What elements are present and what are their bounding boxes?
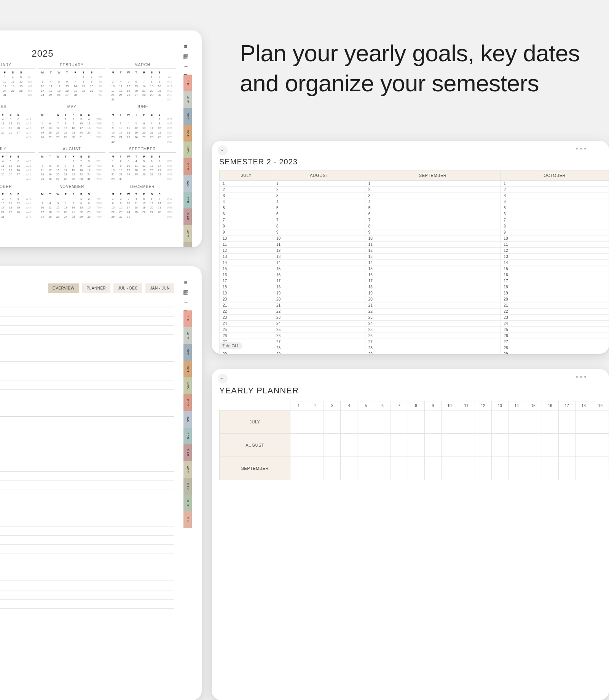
- table-row[interactable]: 3333: [220, 193, 609, 199]
- semester-table: JULYAUGUSTSEPTEMBEROCTOBER11112222333344…: [219, 170, 609, 354]
- table-row[interactable]: 23232323: [220, 315, 609, 321]
- table-row[interactable]: 12121212: [220, 248, 609, 254]
- view-overview[interactable]: OVERVIEW: [48, 283, 79, 293]
- table-row[interactable]: 28282828: [220, 345, 609, 351]
- table-row[interactable]: 9999: [220, 229, 609, 235]
- day-col: 12: [475, 401, 491, 410]
- tab-jul[interactable]: JUL: [183, 75, 192, 91]
- tab-jan[interactable]: JAN: [183, 175, 192, 192]
- card-toolbar: ≡ ▦ ＋ 🗓: [183, 279, 189, 315]
- month-april[interactable]: APRILMTWTFSS123456W1478910111213W1514151…: [0, 105, 35, 143]
- tab-feb[interactable]: FEB: [183, 428, 192, 444]
- table-row[interactable]: 1111: [220, 181, 609, 187]
- tab-jul[interactable]: JUL: [183, 511, 192, 528]
- month-december[interactable]: DECEMBERMTWTFSS1234567W49891011121314W50…: [109, 185, 176, 219]
- lines-area[interactable]: [0, 581, 174, 617]
- day-col: 8: [408, 401, 424, 410]
- drag-handle-icon[interactable]: [0, 266, 192, 276]
- table-row[interactable]: 4444: [220, 199, 609, 205]
- tab-oct[interactable]: OCT: [183, 361, 192, 377]
- month-october[interactable]: OCTOBERMTWTFSS12345W406789101112W4113141…: [0, 185, 35, 219]
- lines-area[interactable]: [0, 307, 174, 343]
- tab-apr[interactable]: APR: [183, 225, 192, 242]
- table-row[interactable]: 10101010: [220, 235, 609, 242]
- list-icon[interactable]: ≡: [183, 279, 189, 285]
- view-planner[interactable]: PLANNER: [82, 283, 111, 293]
- tab-nov[interactable]: NOV: [183, 377, 192, 394]
- table-row[interactable]: 24242424: [220, 321, 609, 327]
- table-row[interactable]: 6666: [220, 211, 609, 217]
- day-col: 3: [324, 401, 341, 410]
- table-row[interactable]: 27272727: [220, 339, 609, 345]
- table-row[interactable]: 29292929: [220, 351, 609, 354]
- day-col: 6: [374, 401, 391, 410]
- tab-aug[interactable]: AUG: [183, 327, 192, 344]
- day-col: 14: [508, 401, 525, 410]
- tab-mar[interactable]: MAR: [183, 208, 192, 225]
- table-row[interactable]: 26262626: [220, 333, 609, 339]
- table-row[interactable]: 5555: [220, 205, 609, 211]
- month-january[interactable]: JANUARYMTWTFSS12345W16789101112W21314151…: [0, 63, 35, 102]
- tab-jun[interactable]: JUN: [183, 495, 192, 511]
- month-november[interactable]: NOVEMBERMTWTFSS12W443456789W451011121314…: [38, 185, 105, 219]
- plus-icon[interactable]: ＋: [183, 299, 189, 305]
- lines-area[interactable]: [0, 526, 174, 562]
- table-row[interactable]: 22222222: [220, 309, 609, 315]
- table-row[interactable]: 13131313: [220, 254, 609, 260]
- drag-handle-icon[interactable]: [0, 30, 192, 40]
- list-icon[interactable]: ≡: [183, 43, 189, 49]
- table-row[interactable]: 16161616: [220, 272, 609, 278]
- table-row[interactable]: 25252525: [220, 327, 609, 333]
- month-may[interactable]: MAYMTWTFSS1234W18567891011W1912131415161…: [38, 105, 105, 143]
- tab-dec[interactable]: DEC: [183, 158, 192, 175]
- table-row[interactable]: 17171717: [220, 278, 609, 284]
- tab-nov[interactable]: NOV: [183, 142, 192, 158]
- month-august[interactable]: AUGUSTMTWTFSS123W3145678910W321112131415…: [38, 147, 105, 181]
- tab-aug[interactable]: AUG: [183, 91, 192, 108]
- tab-apr[interactable]: APR: [183, 461, 192, 478]
- month-september[interactable]: SEPTEMBERMTWTFSS1234567W36891011121314W3…: [109, 147, 176, 181]
- month-july[interactable]: JULYMTWTFSS123456W2778910111213W28141516…: [0, 147, 35, 181]
- table-row[interactable]: SEPTEMBER: [220, 457, 609, 480]
- lines-area[interactable]: [0, 416, 174, 453]
- tab-may[interactable]: MAY: [183, 242, 192, 247]
- table-row[interactable]: AUGUST: [220, 434, 609, 457]
- chevron-down-icon[interactable]: ›: [218, 145, 228, 155]
- table-row[interactable]: 15151515: [220, 266, 609, 272]
- month-march[interactable]: MARCHMTWTFSS12W93456789W1010111213141516…: [109, 63, 176, 102]
- grid-icon[interactable]: ▦: [183, 53, 189, 59]
- tab-jul[interactable]: JUL: [183, 310, 192, 327]
- month-label: FEBRUARY: [0, 353, 174, 358]
- table-row[interactable]: 19191919: [220, 290, 609, 296]
- tab-sep[interactable]: SEP: [183, 108, 192, 125]
- table-row[interactable]: 20202020: [220, 296, 609, 302]
- month-june[interactable]: JUNEMTWTFSS1W222345678W239101112131415W2…: [109, 105, 176, 143]
- table-row[interactable]: JULY: [220, 410, 609, 434]
- tab-mar[interactable]: MAR: [183, 444, 192, 461]
- table-row[interactable]: 14141414: [220, 260, 609, 266]
- tab-feb[interactable]: FEB: [183, 192, 192, 208]
- table-row[interactable]: 8888: [220, 223, 609, 229]
- table-row[interactable]: 21212121: [220, 302, 609, 309]
- day-col: 1: [290, 401, 307, 410]
- more-icon[interactable]: [576, 376, 586, 378]
- day-col: 2: [307, 401, 324, 410]
- tab-oct[interactable]: OCT: [183, 125, 192, 142]
- lines-area[interactable]: [0, 361, 174, 398]
- view-jan-jun[interactable]: JAN - JUN: [145, 283, 174, 293]
- table-row[interactable]: 18181818: [220, 284, 609, 290]
- table-row[interactable]: 7777: [220, 217, 609, 223]
- tab-jan[interactable]: JAN: [183, 411, 192, 428]
- tab-sep[interactable]: SEP: [183, 344, 192, 361]
- table-row[interactable]: 11111111: [220, 242, 609, 248]
- plus-icon[interactable]: ＋: [183, 63, 189, 69]
- lines-area[interactable]: [0, 471, 174, 508]
- month-february[interactable]: FEBRUARYMTWTFSS12W53456789W6101112131415…: [38, 63, 105, 102]
- tab-may[interactable]: MAY: [183, 478, 192, 495]
- grid-icon[interactable]: ▦: [183, 289, 189, 295]
- chevron-down-icon[interactable]: ›: [218, 374, 228, 383]
- table-row[interactable]: 2222: [220, 187, 609, 193]
- tab-dec[interactable]: DEC: [183, 394, 192, 411]
- view-jul-dec[interactable]: JUL - DEC: [113, 283, 142, 293]
- more-icon[interactable]: [576, 148, 586, 150]
